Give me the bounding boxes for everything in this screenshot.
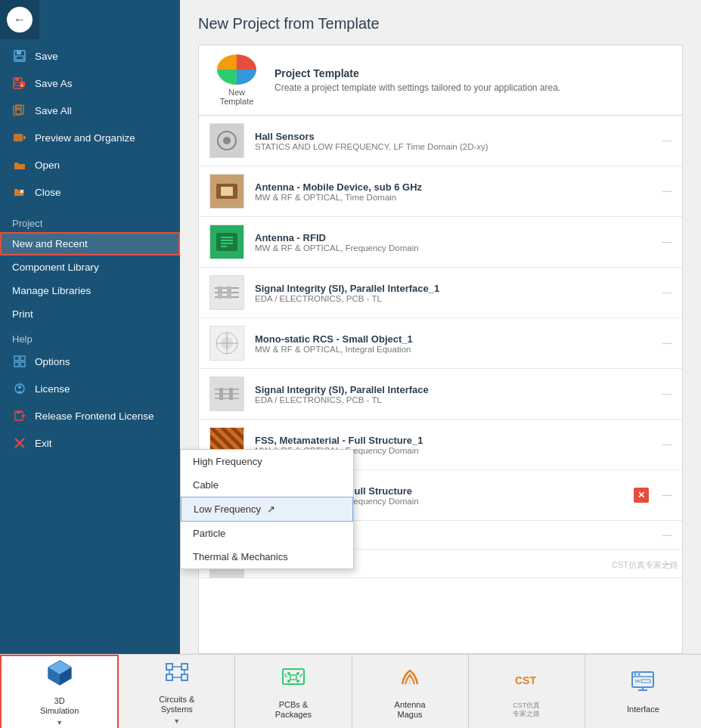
sidebar-item-options[interactable]: Options xyxy=(0,348,180,375)
template-row-4[interactable]: Signal Integrity (SI), Parallel Interfac… xyxy=(199,268,682,318)
close-icon xyxy=(12,184,27,200)
row-info-4: Signal Integrity (SI), Parallel Interfac… xyxy=(255,283,652,303)
dropdown-item-particle[interactable]: Particle xyxy=(181,522,353,545)
template-list: Hall Sensors STATICS AND LOW FREQUENCY, … xyxy=(198,116,683,654)
dropdown-item-thermal[interactable]: Thermal & Mechanics xyxy=(181,545,353,568)
toolbar-btn-3d-sim[interactable]: 3DSimulation ▼ xyxy=(0,655,119,728)
dropdown-item-low-freq[interactable]: Low Frequency ↗ xyxy=(181,497,353,522)
pcbs-label: PCBs &Packages xyxy=(275,700,312,720)
3d-sim-label: 3DSimulation xyxy=(40,696,79,716)
circuits-arrow: ▼ xyxy=(173,717,180,725)
sidebar-item-save-as[interactable]: A Save As xyxy=(0,70,180,97)
thumb-si1 xyxy=(209,275,244,310)
toolbar-btn-cst[interactable]: CST CST仿真专家之路 xyxy=(469,655,585,728)
sidebar-item-license[interactable]: License xyxy=(0,375,180,402)
save-as-label: Save As xyxy=(35,78,73,89)
3d-sim-icon xyxy=(45,658,74,692)
3d-sim-arrow: ▼ xyxy=(56,719,63,726)
svg-point-95 xyxy=(634,674,637,676)
sidebar-item-new-recent[interactable]: New and Recent xyxy=(0,232,180,256)
app-container: ← Save A Save As xyxy=(0,0,701,728)
content-header: New Project from Template xyxy=(180,0,701,45)
pin-icon-4: — xyxy=(662,287,672,298)
circuits-icon xyxy=(163,658,191,690)
sidebar-item-manage-libraries[interactable]: Manage Libraries xyxy=(0,279,180,302)
svg-rect-17 xyxy=(14,362,19,367)
thumb-hall-sensors xyxy=(209,123,244,158)
svg-marker-24 xyxy=(23,414,26,417)
template-name: Project Template xyxy=(275,67,560,79)
template-name-7: FSS, Metamaterial - Full Structure_1 xyxy=(255,435,652,446)
dropdown-item-cable[interactable]: Cable xyxy=(181,473,353,497)
svg-marker-12 xyxy=(23,135,26,140)
dropdown-item-high-freq[interactable]: High Frequency xyxy=(181,450,353,473)
svg-point-20 xyxy=(18,386,21,389)
svg-rect-18 xyxy=(20,362,25,367)
template-row-5[interactable]: Mono-static RCS - Small Object_1 MW & RF… xyxy=(199,318,682,369)
svg-rect-44 xyxy=(227,287,231,299)
sidebar-item-component-library[interactable]: Component Library xyxy=(0,256,180,279)
new-recent-label: New and Recent xyxy=(12,238,88,249)
svg-point-96 xyxy=(638,674,641,676)
svg-text:CST: CST xyxy=(515,674,536,686)
toolbar-btn-interface[interactable]: Interface xyxy=(585,655,701,728)
template-sub-2: MW & RF & OPTICAL, Time Domain xyxy=(255,193,652,202)
toolbar-btn-antenna-magus[interactable]: AntennaMagus xyxy=(352,655,469,728)
svg-rect-2 xyxy=(16,56,23,60)
pin-icon-6: — xyxy=(662,389,672,399)
thumb-rfid xyxy=(209,225,244,259)
open-icon xyxy=(12,157,27,172)
antenna-magus-label: AntennaMagus xyxy=(395,700,426,720)
template-row-6[interactable]: Signal Integrity (SI), Parallel Interfac… xyxy=(199,369,682,420)
preview-icon xyxy=(12,130,27,145)
svg-rect-55 xyxy=(229,388,233,400)
back-button[interactable]: ← xyxy=(0,0,39,39)
toolbar-btn-pcbs[interactable]: PCBs &Packages xyxy=(235,655,352,728)
cursor-icon: ↗ xyxy=(267,503,275,515)
sidebar-item-close[interactable]: Close xyxy=(0,178,180,206)
svg-rect-43 xyxy=(218,287,222,299)
template-sub-6: EDA / ELECTRONICS, PCB - TL xyxy=(255,395,652,404)
manage-libraries-label: Manage Libraries xyxy=(12,285,91,296)
pin-icon-8: — xyxy=(662,490,672,500)
sidebar-items: Save A Save As Save All xyxy=(0,39,180,654)
sidebar-item-exit[interactable]: Exit xyxy=(0,429,180,457)
svg-rect-77 xyxy=(166,664,172,670)
sidebar-item-release-frontend[interactable]: Release Frontend License xyxy=(0,402,180,429)
open-label: Open xyxy=(35,160,60,171)
circuits-label: Circuits &Systems xyxy=(159,695,194,714)
license-icon xyxy=(12,381,27,396)
sidebar-item-print[interactable]: Print xyxy=(0,302,180,326)
sidebar-item-open[interactable]: Open xyxy=(0,151,180,178)
pin-icon-7: — xyxy=(662,439,672,450)
release-frontend-label: Release Frontend License xyxy=(35,410,154,422)
template-row-3[interactable]: Antenna - RFID MW & RF & OPTICAL, Freque… xyxy=(199,217,682,268)
sidebar-item-save[interactable]: Save xyxy=(0,42,180,70)
template-name-3: Antenna - RFID xyxy=(255,232,652,243)
template-icon-box: New Template xyxy=(211,54,262,106)
back-arrow-icon: ← xyxy=(14,13,26,26)
template-info: Project Template Create a project templa… xyxy=(275,67,560,93)
template-header-card[interactable]: New Template Project Template Create a p… xyxy=(198,45,683,116)
svg-text:A: A xyxy=(20,83,23,88)
thumb-antenna-mobile xyxy=(209,174,244,209)
watermark: CST仿真专家之路 xyxy=(612,559,678,571)
sidebar: ← Save A Save As xyxy=(0,0,180,654)
back-circle: ← xyxy=(7,7,33,33)
pin-icon-5: — xyxy=(662,338,672,349)
template-row-1[interactable]: Hall Sensors STATICS AND LOW FREQUENCY, … xyxy=(199,116,682,166)
template-name-5: Mono-static RCS - Small Object_1 xyxy=(255,333,652,345)
template-name-1: Hall Sensors xyxy=(255,131,652,142)
row-info-3: Antenna - RFID MW & RF & OPTICAL, Freque… xyxy=(255,232,652,252)
error-icon-8: ✕ xyxy=(634,488,649,503)
sidebar-item-preview[interactable]: Preview and Organize xyxy=(0,124,180,151)
row-info-6: Signal Integrity (SI), Parallel Interfac… xyxy=(255,384,652,404)
toolbar-btn-circuits[interactable]: Circuits &Systems ▼ xyxy=(119,655,235,728)
svg-rect-4 xyxy=(15,78,19,81)
svg-rect-32 xyxy=(221,187,233,196)
save-all-label: Save All xyxy=(35,105,72,116)
svg-rect-22 xyxy=(17,411,20,414)
license-label: License xyxy=(35,383,70,395)
template-row-2[interactable]: Antenna - Mobile Device, sub 6 GHz MW & … xyxy=(199,166,682,217)
sidebar-item-save-all[interactable]: Save All xyxy=(0,97,180,124)
